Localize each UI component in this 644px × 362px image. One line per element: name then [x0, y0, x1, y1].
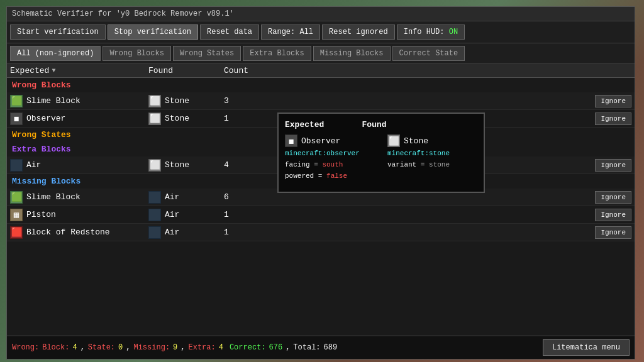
- cell-ignore: Ignore: [595, 95, 631, 107]
- expected-block-name: Block of Redstone: [26, 228, 110, 237]
- tooltip-found-block-name: Stone: [404, 136, 428, 146]
- status-bar: Wrong: Block: 4 , State: 0 , Missing: 9 …: [7, 336, 635, 359]
- col-header-expected[interactable]: Expected ▼: [10, 66, 148, 75]
- title-bar: Schematic Verifier for 'y0 Bedrock Remov…: [7, 7, 635, 21]
- ignore-button[interactable]: Ignore: [595, 191, 631, 204]
- cell-found: Air: [148, 191, 224, 204]
- tooltip-found-col: ⬜ Stone minecraft:stone variant = stone: [387, 134, 477, 182]
- cell-count: 3: [224, 96, 274, 106]
- tooltip-expected-label: Expected: [285, 120, 324, 129]
- observer-tooltip-icon: ◼: [285, 134, 297, 147]
- stone-icon: ⬜: [148, 95, 161, 107]
- missing-value: 9: [173, 343, 177, 352]
- block-comparison-tooltip: Expected Found ◼ Observer minecraft:obse…: [277, 112, 485, 193]
- content-area[interactable]: Wrong Blocks 🟩 Slime Block ⬜ Stone 3 Ign…: [7, 78, 635, 336]
- tooltip-found-label: Found: [362, 120, 386, 129]
- table-row: 🟩 Slime Block ⬜ Stone 3 Ignore: [7, 92, 635, 110]
- correct-value: 676: [269, 343, 283, 352]
- facing-key: facing: [285, 161, 310, 168]
- variant-key: variant: [387, 161, 416, 168]
- cell-expected: 🟥 Block of Redstone: [10, 226, 148, 239]
- slime-block-icon: 🟩: [10, 95, 23, 107]
- missing-label: Missing:: [133, 343, 170, 352]
- tab-wrong-blocks[interactable]: Wrong Blocks: [103, 46, 170, 61]
- schematic-verifier-panel: Schematic Verifier for 'y0 Bedrock Remov…: [6, 6, 635, 359]
- cell-found: Air: [148, 226, 224, 239]
- total-label: Total:: [293, 343, 320, 352]
- tooltip-expected-id: minecraft:observer: [285, 150, 375, 157]
- piston-icon: ▦: [10, 209, 23, 221]
- facing-eq: =: [314, 161, 322, 168]
- powered-key: powered: [285, 172, 314, 180]
- reset-ignored-button[interactable]: Reset ignored: [322, 25, 395, 40]
- cell-ignore: Ignore: [595, 112, 631, 125]
- tooltip-found-id: minecraft:stone: [387, 150, 477, 157]
- cell-expected: 🟩 Slime Block: [10, 191, 148, 204]
- stop-verification-button[interactable]: Stop verification: [108, 25, 198, 40]
- litematica-menu-button[interactable]: Litematica menu: [543, 339, 630, 356]
- cell-count: 4: [224, 160, 274, 170]
- ignore-button[interactable]: Ignore: [595, 209, 631, 221]
- ignore-button[interactable]: Ignore: [595, 95, 631, 107]
- found-block-name: Air: [165, 192, 179, 202]
- expected-block-name: Piston: [26, 210, 56, 219]
- tooltip-expected-block-name: Observer: [301, 136, 340, 146]
- cell-count: 1: [224, 210, 274, 219]
- start-verification-button[interactable]: Start verification: [10, 25, 106, 40]
- cell-found: ⬜ Stone: [148, 112, 224, 125]
- tooltip-found-props: variant = stone: [387, 160, 477, 171]
- comma1: ,: [80, 343, 85, 352]
- col-header-count: Count: [224, 66, 274, 75]
- filter-tabs: All (non-ignored) Wrong Blocks Wrong Sta…: [7, 43, 635, 64]
- found-block-name: Stone: [165, 96, 189, 106]
- info-hud-label: Info HUD:: [404, 28, 449, 36]
- reset-data-button[interactable]: Reset data: [200, 25, 259, 40]
- panel-title: Schematic Verifier for 'y0 Bedrock Remov…: [12, 9, 234, 18]
- table-row: 🟥 Block of Redstone Air 1 Ignore: [7, 224, 635, 241]
- cell-count: 6: [224, 192, 274, 202]
- comma4: ,: [286, 343, 290, 352]
- tab-wrong-states[interactable]: Wrong States: [173, 46, 241, 61]
- found-block-name: Stone: [165, 114, 189, 123]
- expected-block-name: Slime Block: [26, 96, 80, 106]
- sort-arrow-icon: ▼: [52, 67, 55, 74]
- cell-count: 1: [224, 228, 274, 237]
- table-header: Expected ▼ Found Count: [7, 64, 635, 78]
- comma3: ,: [180, 343, 185, 352]
- expected-block-name: Slime Block: [26, 192, 80, 202]
- air-icon: [148, 191, 161, 204]
- tab-extra-blocks[interactable]: Extra Blocks: [243, 46, 311, 61]
- range-all-button[interactable]: Range: All: [261, 25, 320, 40]
- tab-correct-state[interactable]: Correct State: [392, 46, 465, 61]
- ignore-button[interactable]: Ignore: [595, 159, 631, 172]
- found-block-name: Air: [165, 228, 179, 237]
- col-header-found: Found: [148, 66, 224, 75]
- air-icon: [10, 159, 23, 172]
- cell-found: ⬜ Stone: [148, 95, 224, 107]
- stone-icon: ⬜: [148, 159, 161, 172]
- air-icon: [148, 209, 161, 221]
- comma2: ,: [126, 343, 130, 352]
- status-left: Wrong: Block: 4 , State: 0 , Missing: 9 …: [12, 343, 337, 352]
- extra-value: 4: [219, 343, 223, 352]
- facing-value: south: [322, 161, 343, 168]
- found-block-name: Stone: [165, 160, 189, 170]
- info-hud-button[interactable]: Info HUD: ON: [397, 25, 465, 40]
- cell-count: 1: [224, 114, 274, 123]
- block-value: 4: [72, 343, 77, 352]
- cell-ignore: Ignore: [595, 191, 631, 204]
- powered-value: false: [326, 172, 347, 180]
- cell-ignore: Ignore: [595, 209, 631, 221]
- air-icon: [148, 226, 161, 239]
- block-label: Block:: [42, 343, 69, 352]
- extra-label: Extra:: [188, 343, 215, 352]
- ignore-button[interactable]: Ignore: [595, 226, 631, 239]
- cell-expected: 🟩 Slime Block: [10, 95, 148, 107]
- redstone-block-icon: 🟥: [10, 226, 23, 239]
- state-label: State:: [88, 343, 115, 352]
- tab-missing-blocks[interactable]: Missing Blocks: [313, 46, 391, 61]
- tooltip-block-row: ◼ Observer minecraft:observer facing = s…: [285, 134, 477, 182]
- ignore-button[interactable]: Ignore: [595, 112, 631, 125]
- table-row: ▦ Piston Air 1 Ignore: [7, 206, 635, 224]
- tab-all[interactable]: All (non-ignored): [10, 46, 101, 61]
